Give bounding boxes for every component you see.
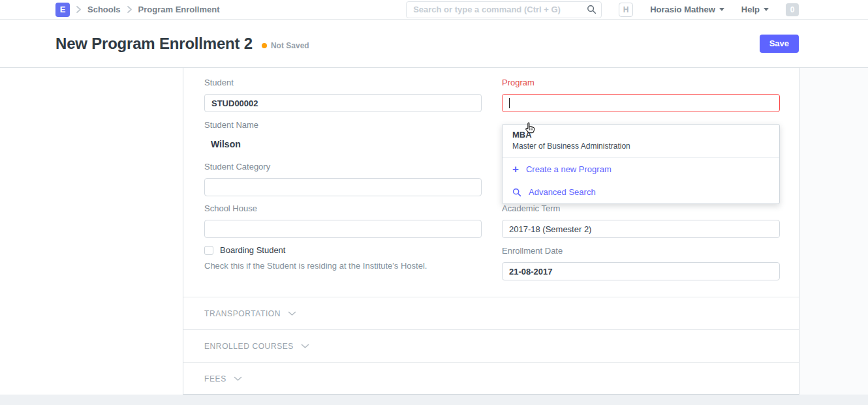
page-background-bottom (0, 395, 868, 405)
section-transportation[interactable]: TRANSPORTATION (183, 297, 799, 329)
text-caret (509, 98, 510, 108)
student-category-label: Student Category (204, 161, 482, 172)
create-new-program-item[interactable]: + Create a new Program (503, 158, 779, 181)
field-academic-term: Academic Term (502, 203, 780, 238)
chevron-down-icon (234, 376, 242, 382)
section-label: TRANSPORTATION (204, 309, 281, 318)
section-label: ENROLLED COURSES (204, 342, 294, 351)
help-menu-label: Help (741, 5, 760, 14)
user-avatar[interactable]: H (619, 3, 633, 17)
program-label: Program (502, 77, 780, 88)
field-student-category: Student Category (204, 161, 482, 196)
enrollment-date-input[interactable] (502, 262, 780, 280)
collapsed-sections: TRANSPORTATION ENROLLED COURSES FEES (183, 297, 799, 395)
program-input[interactable] (502, 94, 780, 112)
boarding-student-label: Boarding Student (220, 245, 285, 255)
status-dot-icon (262, 43, 267, 48)
section-label: FEES (204, 374, 226, 383)
caret-down-icon (719, 8, 724, 11)
status-text: Not Saved (271, 41, 309, 50)
user-menu[interactable]: Horasio Mathew (650, 5, 724, 14)
navbar-right: H Horasio Mathew Help 0 (406, 1, 799, 18)
plus-icon: + (512, 165, 519, 174)
page-background (799, 68, 868, 395)
help-menu[interactable]: Help (741, 5, 769, 14)
program-option-subtitle: Master of Business Administration (512, 142, 769, 151)
advanced-search-item[interactable]: Advanced Search (503, 181, 779, 203)
student-input[interactable] (204, 94, 482, 112)
search-icon[interactable] (587, 5, 597, 17)
form-body: Student Student Name Wilson Student Cate… (183, 68, 799, 395)
breadcrumb-module[interactable]: Schools (87, 5, 121, 14)
chevron-right-icon (76, 6, 82, 13)
status-indicator: Not Saved (262, 41, 309, 50)
program-dropdown: MBA Master of Business Administration + … (502, 124, 780, 204)
user-menu-label: Horasio Mathew (650, 5, 715, 14)
student-name-value: Wilson (204, 136, 482, 149)
student-category-input[interactable] (204, 178, 482, 196)
student-label: Student (204, 77, 482, 88)
caret-down-icon (764, 8, 769, 11)
academic-term-input[interactable] (502, 220, 780, 238)
breadcrumb-doctype[interactable]: Program Enrollment (138, 5, 220, 14)
enrollment-date-label: Enrollment Date (502, 245, 780, 256)
app-logo[interactable]: E (55, 3, 70, 17)
boarding-student-checkbox-row[interactable]: Boarding Student (204, 245, 482, 255)
global-search-input[interactable] (406, 1, 602, 18)
program-option-title: MBA (512, 130, 769, 140)
field-enrollment-date: Enrollment Date (502, 245, 780, 280)
section-enrolled-courses[interactable]: ENROLLED COURSES (183, 329, 799, 362)
chevron-right-icon (127, 6, 132, 13)
advanced-search-label: Advanced Search (529, 187, 596, 197)
search-icon (512, 188, 521, 197)
field-student: Student (204, 77, 482, 112)
app-window: E Schools Program Enrollment H Horasio M… (0, 0, 868, 405)
school-house-input[interactable] (204, 220, 482, 238)
page-title: New Program Enrollment 2 (55, 35, 253, 53)
global-search (406, 1, 602, 18)
notifications-badge[interactable]: 0 (786, 3, 799, 16)
academic-term-label: Academic Term (502, 203, 780, 214)
section-fees[interactable]: FEES (183, 362, 799, 395)
field-school-house: School House (204, 203, 482, 238)
school-house-label: School House (204, 203, 482, 214)
chevron-down-icon (288, 311, 296, 316)
checkbox-unchecked-icon[interactable] (204, 246, 213, 255)
field-program: Program MBA Master of Business Administr… (502, 77, 780, 112)
boarding-student-description: Check this if the Student is residing at… (204, 261, 482, 271)
field-student-name: Student Name Wilson (204, 119, 482, 149)
page-head: New Program Enrollment 2 Not Saved Save (0, 20, 868, 68)
navbar: E Schools Program Enrollment H Horasio M… (0, 0, 868, 20)
save-button[interactable]: Save (760, 35, 799, 53)
create-new-program-label: Create a new Program (526, 164, 612, 174)
field-boarding-student: Boarding Student Check this if the Stude… (204, 245, 482, 271)
chevron-down-icon (301, 344, 309, 349)
student-name-label: Student Name (204, 119, 482, 130)
program-option-mba[interactable]: MBA Master of Business Administration (503, 125, 779, 158)
